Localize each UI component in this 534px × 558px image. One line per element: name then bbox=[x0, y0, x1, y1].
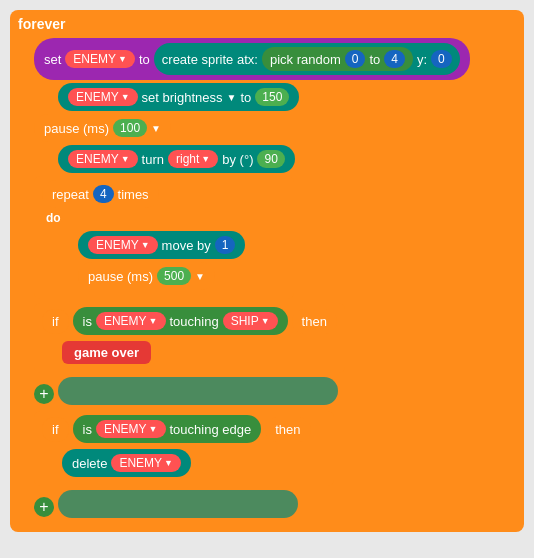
then-control[interactable]: then bbox=[292, 309, 337, 334]
game-over-block[interactable]: game over bbox=[62, 341, 151, 364]
pause-val-2[interactable]: 500 bbox=[157, 267, 191, 285]
to-label: to bbox=[139, 52, 150, 67]
then-label: then bbox=[302, 314, 327, 329]
blocks-canvas: forever set ENEMY to create sprite atx: … bbox=[0, 0, 534, 558]
to-val[interactable]: 4 bbox=[384, 50, 405, 68]
add-button-1[interactable]: + bbox=[34, 384, 54, 404]
pick-random-label: pick random bbox=[270, 52, 341, 67]
if-edge-block: if is ENEMY touching edge then bbox=[34, 411, 334, 486]
add-button-2[interactable]: + bbox=[34, 497, 54, 517]
do-label: do bbox=[42, 211, 61, 225]
if-edge-header: if is ENEMY touching edge then bbox=[42, 415, 326, 443]
delete-line: delete ENEMY bbox=[62, 449, 326, 477]
if-control[interactable]: if bbox=[42, 309, 69, 334]
set-label: set bbox=[44, 52, 61, 67]
enemy-dropdown-7[interactable]: ENEMY bbox=[111, 454, 181, 472]
set-brightness-line: ENEMY set brightness ▼ to 150 bbox=[34, 83, 516, 111]
brightness-val[interactable]: 150 bbox=[255, 88, 289, 106]
set-brightness-label: set brightness bbox=[142, 90, 223, 105]
set-enemy-line: set ENEMY to create sprite atx: pick ran… bbox=[34, 38, 516, 80]
is-label-2: is bbox=[83, 422, 92, 437]
spacer-1 bbox=[58, 377, 338, 405]
move-label: move by bbox=[162, 238, 211, 253]
pause-block-1[interactable]: pause (ms) 100 ▼ bbox=[34, 114, 171, 142]
by-label: by (°) bbox=[222, 152, 253, 167]
pause-line-2: pause (ms) 500 ▼ bbox=[78, 262, 286, 290]
times-label: times bbox=[118, 187, 149, 202]
move-val[interactable]: 1 bbox=[215, 236, 236, 254]
add-btn-line-1: + bbox=[34, 377, 516, 408]
create-sprite-block[interactable]: create sprite atx: pick random 0 to 4 y:… bbox=[154, 43, 460, 75]
enemy-dropdown[interactable]: ENEMY bbox=[65, 50, 135, 68]
then-label-2: then bbox=[275, 422, 300, 437]
game-over-line: game over bbox=[62, 341, 337, 364]
enemy-dropdown-6[interactable]: ENEMY bbox=[96, 420, 166, 438]
pause-line-1: pause (ms) 100 ▼ bbox=[34, 114, 516, 142]
set-brightness-block[interactable]: ENEMY set brightness ▼ to 150 bbox=[58, 83, 299, 111]
enemy-dropdown-2[interactable]: ENEMY bbox=[68, 88, 138, 106]
if-label-2: if bbox=[52, 422, 59, 437]
right-dropdown[interactable]: right bbox=[168, 150, 218, 168]
turn-line: ENEMY turn right by (°) 90 bbox=[34, 145, 516, 173]
turn-block[interactable]: ENEMY turn right by (°) 90 bbox=[58, 145, 295, 173]
touching-label: touching bbox=[170, 314, 219, 329]
is-touching-edge-block[interactable]: is ENEMY touching edge bbox=[73, 415, 262, 443]
degrees-val[interactable]: 90 bbox=[257, 150, 284, 168]
move-block[interactable]: ENEMY move by 1 bbox=[78, 231, 245, 259]
turn-label: turn bbox=[142, 152, 164, 167]
ship-dropdown[interactable]: SHIP bbox=[223, 312, 278, 330]
spacer-2 bbox=[58, 490, 298, 518]
repeat-count[interactable]: 4 bbox=[93, 185, 114, 203]
do-label-line: do bbox=[42, 211, 286, 225]
delete-label: delete bbox=[72, 456, 107, 471]
if-ship-block: if is ENEMY touching SHIP then game over bbox=[34, 303, 345, 373]
if-label: if bbox=[52, 314, 59, 329]
pause-label-1: pause (ms) bbox=[44, 121, 109, 136]
add-btn-line-2: + bbox=[34, 490, 516, 521]
touching-edge-label: touching edge bbox=[170, 422, 252, 437]
move-line: ENEMY move by 1 bbox=[78, 231, 286, 259]
if-control-2[interactable]: if bbox=[42, 417, 69, 442]
pick-random-block[interactable]: pick random 0 to 4 bbox=[262, 47, 413, 71]
y-val[interactable]: 0 bbox=[431, 50, 452, 68]
enemy-dropdown-3[interactable]: ENEMY bbox=[68, 150, 138, 168]
enemy-dropdown-4[interactable]: ENEMY bbox=[88, 236, 158, 254]
x-val[interactable]: 0 bbox=[345, 50, 366, 68]
repeat-block: repeat 4 times do ENEMY move by 1 bbox=[34, 176, 294, 299]
pause-val-1[interactable]: 100 bbox=[113, 119, 147, 137]
delete-block[interactable]: delete ENEMY bbox=[62, 449, 191, 477]
then-control-2[interactable]: then bbox=[265, 417, 310, 442]
forever-label: forever bbox=[18, 16, 516, 32]
repeat-label: repeat bbox=[52, 187, 89, 202]
y-label: y: bbox=[417, 52, 427, 67]
pause-label-2: pause (ms) bbox=[88, 269, 153, 284]
repeat-header: repeat 4 times bbox=[42, 180, 286, 208]
repeat-control[interactable]: repeat 4 times bbox=[42, 180, 159, 208]
enemy-dropdown-5[interactable]: ENEMY bbox=[96, 312, 166, 330]
set-block[interactable]: set ENEMY to create sprite atx: pick ran… bbox=[34, 38, 470, 80]
to-label-2: to bbox=[240, 90, 251, 105]
is-touching-block[interactable]: is ENEMY touching SHIP bbox=[73, 307, 288, 335]
to-val-label: to bbox=[369, 52, 380, 67]
is-label: is bbox=[83, 314, 92, 329]
pause-block-2[interactable]: pause (ms) 500 ▼ bbox=[78, 262, 215, 290]
if-ship-header: if is ENEMY touching SHIP then bbox=[42, 307, 337, 335]
create-sprite-label: create sprite atx: bbox=[162, 52, 258, 67]
forever-block: forever set ENEMY to create sprite atx: … bbox=[10, 10, 524, 532]
